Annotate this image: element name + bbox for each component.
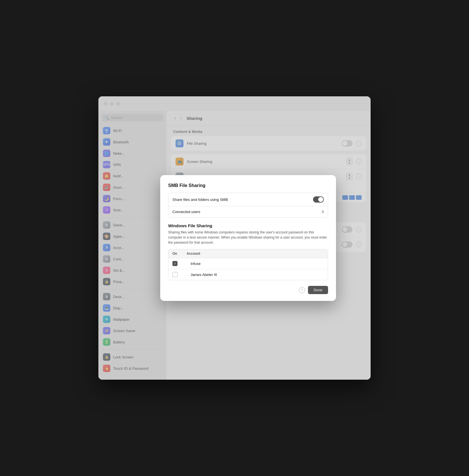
checkbox-infuse[interactable] [172,261,178,266]
windows-section-description: Sharing files with some Windows computer… [168,230,328,245]
modal-dialog: SMB File Sharing Share files and folders… [160,175,336,301]
smb-toggle-row[interactable]: Share files and folders using SMB [168,193,328,206]
help-button[interactable]: ? [299,287,305,293]
table-row-james[interactable]: James Abeler III [168,269,328,280]
windows-section: Windows File Sharing Sharing files with … [168,223,328,280]
header-account: Account [187,252,324,256]
header-on: On [172,252,187,256]
smb-connected-label: Connected users [172,210,322,214]
done-button[interactable]: Done [308,286,328,294]
windows-section-title: Windows File Sharing [168,223,328,228]
smb-connected-row: Connected users 0 [168,206,328,217]
smb-share-label: Share files and folders using SMB [172,197,313,202]
user-infuse-label: Infuse [191,262,200,266]
modal-title: SMB File Sharing [168,183,328,188]
windows-users-table: On Account Infuse James Abeler III [168,249,328,280]
user-james-label: James Abeler III [191,273,217,277]
mac-window: 🔍 Search Wi-Fi ✦ Bluetooth 🌐 Netw... VPN [98,96,371,380]
table-row-infuse[interactable]: Infuse [168,258,328,269]
checkbox-james[interactable] [172,272,178,277]
smb-section: Share files and folders using SMB Connec… [168,193,328,218]
smb-connected-value: 0 [322,210,324,214]
modal-footer: ? Done [168,286,328,294]
table-header: On Account [168,249,328,258]
smb-toggle[interactable] [313,196,324,203]
